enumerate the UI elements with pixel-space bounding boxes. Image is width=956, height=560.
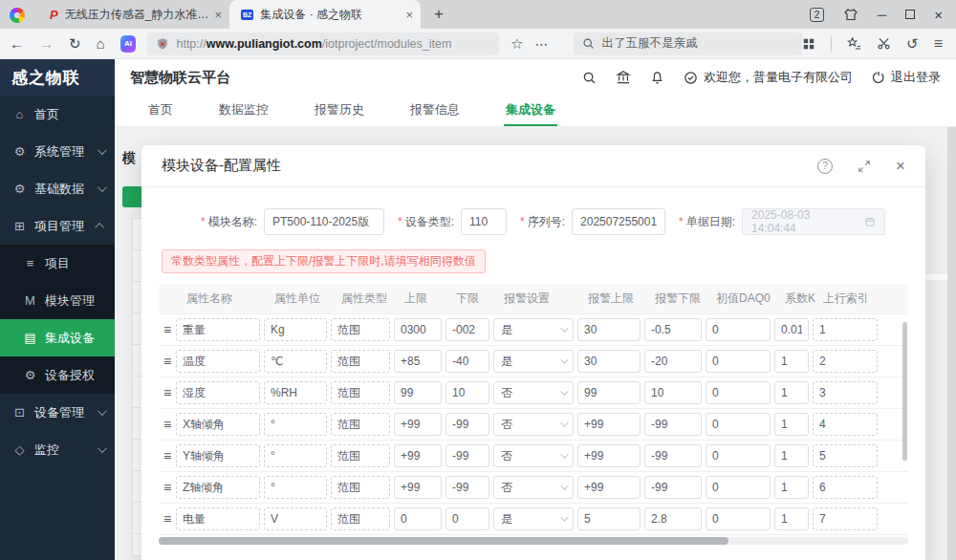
attr-type-input[interactable]	[331, 413, 390, 436]
coefficient-input[interactable]	[774, 507, 809, 530]
alarm-lower-input[interactable]	[644, 507, 702, 530]
logout-button[interactable]: 退出登录	[872, 69, 941, 86]
lower-limit-input[interactable]	[445, 318, 489, 341]
sidebar-item-project[interactable]: ≡ 项目	[0, 245, 115, 282]
sidebar-item-base-data[interactable]: ⚙ 基础数据	[0, 170, 115, 207]
attr-name-input[interactable]	[176, 413, 260, 436]
upper-limit-input[interactable]	[394, 350, 442, 373]
coefficient-input[interactable]	[774, 381, 809, 404]
more-options-icon[interactable]: ⋯	[535, 36, 549, 52]
browser-logo-icon[interactable]	[10, 8, 25, 23]
alarm-upper-input[interactable]	[577, 350, 641, 373]
coefficient-input[interactable]	[774, 318, 809, 341]
uplink-index-input[interactable]	[813, 507, 878, 530]
drag-handle-icon[interactable]: ≡	[159, 385, 176, 400]
attr-name-input[interactable]	[176, 350, 260, 373]
alarm-upper-input[interactable]	[577, 476, 641, 499]
alarm-setting-select[interactable]: 否	[493, 444, 574, 467]
alarm-setting-select[interactable]: 是	[493, 350, 574, 373]
maximize-button[interactable]	[905, 10, 915, 19]
alarm-setting-select[interactable]: 是	[493, 318, 574, 341]
uplink-index-input[interactable]	[813, 318, 878, 341]
reload-button[interactable]: ↻	[69, 35, 81, 53]
favorites-list-icon[interactable]	[847, 36, 861, 51]
uplink-index-input[interactable]	[813, 444, 878, 467]
attr-unit-input[interactable]	[264, 444, 327, 467]
alarm-lower-input[interactable]	[644, 318, 702, 341]
coefficient-input[interactable]	[774, 350, 809, 373]
alarm-upper-input[interactable]	[577, 318, 641, 341]
attr-type-input[interactable]	[331, 444, 390, 467]
uplink-index-input[interactable]	[813, 381, 878, 404]
scissors-icon[interactable]	[877, 36, 891, 51]
browser-tab-2-active[interactable]: BZ 集成设备 · 感之物联 ×	[229, 0, 421, 29]
device-type-input[interactable]	[461, 208, 507, 235]
daq0-input[interactable]	[706, 476, 771, 499]
module-name-input[interactable]	[264, 208, 384, 235]
alarm-setting-select[interactable]: 否	[493, 413, 574, 436]
sidebar-item-integrated-device[interactable]: ▤ 集成设备	[0, 319, 115, 356]
upper-limit-input[interactable]	[394, 381, 442, 404]
lower-limit-input[interactable]	[445, 507, 489, 530]
attr-unit-input[interactable]	[264, 507, 327, 530]
bank-icon[interactable]	[616, 70, 631, 85]
bell-icon[interactable]	[650, 71, 664, 85]
alarm-setting-select[interactable]: 否	[493, 476, 574, 499]
alarm-lower-input[interactable]	[644, 444, 702, 467]
sidebar-item-project-mgmt[interactable]: ⊞ 项目管理	[0, 207, 115, 245]
attr-type-input[interactable]	[331, 381, 390, 404]
alarm-upper-input[interactable]	[577, 507, 641, 530]
daq0-input[interactable]	[706, 381, 771, 404]
tab-alarm-info[interactable]: 报警信息	[408, 96, 462, 126]
new-tab-button[interactable]: +	[434, 5, 444, 24]
drag-handle-icon[interactable]: ≡	[159, 322, 176, 337]
alarm-setting-select[interactable]: 否	[493, 381, 574, 404]
attr-unit-input[interactable]	[264, 381, 327, 404]
bookmark-star-icon[interactable]: ☆	[511, 35, 523, 53]
attr-unit-input[interactable]	[264, 350, 327, 373]
attr-unit-input[interactable]	[264, 318, 327, 341]
back-button[interactable]: ←	[10, 35, 24, 52]
page-scrollbar[interactable]	[947, 127, 956, 560]
attr-unit-input[interactable]	[264, 476, 327, 499]
daq0-input[interactable]	[706, 507, 771, 530]
drag-handle-icon[interactable]: ≡	[159, 417, 176, 432]
upper-limit-input[interactable]	[394, 413, 442, 436]
date-input-disabled[interactable]: 2025-08-03 14:04:44	[742, 208, 885, 235]
uplink-index-input[interactable]	[813, 350, 878, 373]
alarm-lower-input[interactable]	[644, 476, 702, 499]
attr-name-input[interactable]	[176, 381, 260, 404]
browser-skin-icon[interactable]	[843, 7, 858, 22]
sidebar-item-module-mgmt[interactable]: M 模块管理	[0, 282, 115, 319]
coefficient-input[interactable]	[774, 476, 809, 499]
tab-alarm-history[interactable]: 报警历史	[313, 96, 366, 126]
drag-handle-icon[interactable]: ≡	[159, 448, 176, 463]
daq0-input[interactable]	[706, 318, 771, 341]
sidebar-item-monitor[interactable]: ◇ 监控	[0, 431, 115, 468]
upper-limit-input[interactable]	[394, 318, 442, 341]
attr-type-input[interactable]	[331, 318, 390, 341]
apps-grid-icon[interactable]	[802, 37, 815, 51]
drag-handle-icon[interactable]: ≡	[159, 354, 176, 369]
table-horizontal-scrollbar[interactable]	[159, 537, 908, 545]
dialog-close-icon[interactable]: ×	[896, 158, 905, 174]
daq0-input[interactable]	[706, 413, 771, 436]
tab-data-monitor[interactable]: 数据监控	[217, 96, 271, 126]
alarm-upper-input[interactable]	[577, 381, 641, 404]
header-search-icon[interactable]	[582, 71, 597, 85]
attr-unit-input[interactable]	[264, 413, 327, 436]
uplink-index-input[interactable]	[813, 413, 878, 436]
tab-integrated-device[interactable]: 集成设备	[504, 96, 557, 126]
uplink-index-input[interactable]	[813, 476, 878, 499]
help-icon[interactable]: ?	[817, 159, 833, 174]
sidebar-item-system-mgmt[interactable]: ⚙ 系统管理	[0, 133, 115, 170]
alarm-upper-input[interactable]	[577, 444, 641, 467]
minimize-button[interactable]: ─	[878, 8, 886, 22]
upper-limit-input[interactable]	[394, 476, 442, 499]
address-bar[interactable]: http://www.puliangiot.com/iotproject/mod…	[147, 32, 499, 55]
browser-search-box[interactable]: 出了五服不是亲戚	[574, 32, 803, 55]
tab-count-badge[interactable]: 2	[810, 8, 824, 22]
tab-home[interactable]: 首页	[146, 96, 175, 126]
alarm-setting-select[interactable]: 是	[493, 507, 574, 530]
horizontal-scrollbar-thumb[interactable]	[159, 537, 728, 545]
